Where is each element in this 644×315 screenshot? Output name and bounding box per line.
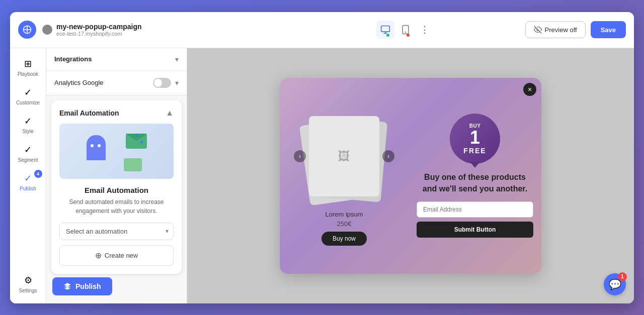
carousel-right-arrow[interactable]: › — [382, 150, 394, 162]
app-logo — [18, 21, 36, 39]
publish-button-label: Publish — [75, 282, 101, 290]
card-collapse-button[interactable]: ▲ — [166, 109, 174, 118]
buy-now-button[interactable]: Buy now — [321, 232, 367, 246]
sidebar-item-segment-label: Segment — [18, 157, 38, 163]
google-analytics-row[interactable]: Analytics Google ▾ — [46, 71, 187, 95]
product-carousel: ‹ 🖼 › — [294, 106, 394, 206]
publish-bar: Publish — [52, 277, 112, 295]
publish-button[interactable]: Publish — [52, 277, 112, 295]
sidebar-nav: ⊞ Playbook ✓ Customize ✓ Style ✓ Segment… — [10, 48, 46, 303]
main-content: ⊞ Playbook ✓ Customize ✓ Style ✓ Segment… — [10, 48, 634, 303]
card-description: Send automated emails to increase engage… — [59, 197, 174, 216]
create-new-button[interactable]: ⊕ Create new — [59, 245, 174, 266]
preview-label: Preview off — [545, 26, 577, 34]
integrations-label: Integrations — [54, 55, 92, 63]
popup-preview: × ‹ 🖼 › Lorem ipsum 250€ Buy now — [280, 78, 541, 274]
mobile-view-button[interactable] — [396, 21, 415, 39]
save-button[interactable]: Save — [591, 21, 626, 38]
star2-icon: ✦ — [139, 139, 144, 146]
badge-tail — [470, 162, 480, 168]
svg-rect-3 — [381, 26, 389, 32]
integrations-row[interactable]: Integrations ▾ — [46, 48, 187, 71]
google-analytics-left: Analytics Google — [54, 79, 104, 86]
ghost-body — [87, 135, 106, 160]
top-actions: Preview off Save — [525, 21, 626, 38]
google-analytics-label: Analytics Google — [54, 79, 104, 86]
select-wrapper: Select an automation ▾ — [59, 223, 174, 240]
top-bar: my-new-popup-campaign ece-test-17.myshop… — [10, 12, 634, 48]
badge-number: 1 — [470, 129, 480, 147]
sidebar-item-settings-label: Settings — [19, 288, 37, 293]
ghost-eye2 — [98, 144, 101, 147]
popup-close-button[interactable]: × — [523, 83, 536, 96]
mobile-status-dot — [407, 34, 410, 37]
email-address-input[interactable] — [417, 201, 533, 218]
google-analytics-toggle[interactable] — [153, 78, 171, 88]
product-name: Lorem ipsum — [325, 211, 363, 218]
site-url: ece-test-17.myshopify.com — [56, 31, 142, 37]
email-automation-card: Email Automation ▲ — [51, 100, 182, 274]
popup-heading: Buy one of these productsand we'll send … — [423, 172, 527, 194]
left-panel: Integrations ▾ Analytics Google ▾ Email — [46, 48, 187, 303]
badge-free-text: FREE — [463, 147, 486, 155]
canvas-area: × ‹ 🖼 › Lorem ipsum 250€ Buy now — [187, 48, 634, 303]
product-card-front: 🖼 — [309, 116, 379, 196]
preview-toggle-button[interactable]: Preview off — [525, 21, 586, 38]
playbook-icon: ⊞ — [24, 58, 32, 69]
sidebar-item-customize[interactable]: ✓ Customize — [13, 83, 43, 110]
style-icon: ✓ — [24, 116, 32, 127]
sidebar-item-segment[interactable]: ✓ Segment — [13, 140, 43, 167]
integrations-chevron-icon: ▾ — [175, 55, 179, 63]
create-new-label: Create new — [105, 252, 138, 259]
desktop-status-dot — [386, 34, 389, 37]
sidebar-item-settings[interactable]: ⚙ Settings — [13, 271, 43, 297]
sidebar-item-customize-label: Customize — [16, 100, 40, 106]
plus-icon: ⊕ — [95, 251, 102, 260]
sidebar-item-playbook[interactable]: ⊞ Playbook — [13, 54, 43, 81]
chat-badge: 1 — [618, 272, 627, 281]
envelope2 — [124, 158, 142, 171]
site-name: my-new-popup-campaign — [56, 23, 142, 31]
site-details: my-new-popup-campaign ece-test-17.myshop… — [56, 23, 142, 37]
sidebar-item-publish-label: Publish — [20, 186, 36, 191]
ghost-eye1 — [91, 144, 94, 147]
chat-bubble[interactable]: 💬 1 — [604, 273, 626, 295]
desktop-view-button[interactable] — [376, 21, 394, 39]
submit-button[interactable]: Submit Button — [417, 222, 533, 238]
star3-icon: ✦ — [128, 162, 133, 169]
app-window: my-new-popup-campaign ece-test-17.myshop… — [10, 12, 634, 303]
sidebar-item-style-label: Style — [22, 129, 33, 134]
site-icon — [42, 25, 52, 35]
segment-icon: ✓ — [24, 144, 32, 155]
email-illustration: ✦ ✦ ✦ — [59, 124, 174, 179]
promo-badge: BUY 1 FREE — [450, 114, 500, 164]
card-header: Email Automation ▲ — [59, 109, 174, 118]
device-controls: ⋮ — [284, 21, 525, 39]
site-info: my-new-popup-campaign ece-test-17.myshop… — [42, 23, 284, 37]
toggle-knob — [154, 79, 162, 87]
sidebar-item-style[interactable]: ✓ Style — [13, 112, 43, 138]
product-image-placeholder: 🖼 — [338, 149, 350, 163]
product-price: 250€ — [337, 220, 352, 228]
popup-right: BUY 1 FREE Buy one of these productsand … — [409, 78, 541, 274]
more-options-button[interactable]: ⋮ — [417, 22, 433, 38]
star1-icon: ✦ — [134, 132, 139, 139]
google-analytics-chevron-icon: ▾ — [175, 79, 179, 87]
settings-icon: ⚙ — [24, 275, 32, 286]
select-automation[interactable]: Select an automation — [59, 223, 174, 240]
sidebar-item-publish[interactable]: 4 ✓ Publish — [13, 169, 43, 195]
customize-icon: ✓ — [24, 87, 32, 98]
publish-badge: 4 — [34, 170, 42, 178]
card-title: Email Automation — [59, 109, 119, 117]
email-illus: ✦ ✦ ✦ — [87, 131, 147, 171]
card-heading: Email Automation — [59, 186, 174, 194]
publish-icon: ✓ — [24, 173, 32, 184]
carousel-left-arrow[interactable]: ‹ — [294, 150, 306, 162]
popup-left: ‹ 🖼 › Lorem ipsum 250€ Buy now — [280, 78, 409, 274]
sidebar-item-playbook-label: Playbook — [18, 71, 38, 77]
